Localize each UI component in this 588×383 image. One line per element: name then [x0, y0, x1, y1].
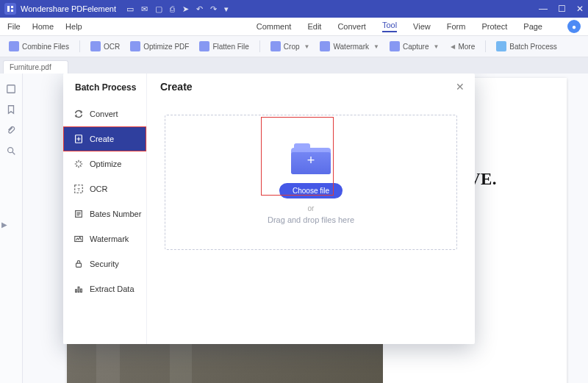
tool-ocr[interactable]: OCR	[87, 40, 123, 53]
batch-option-label: OCR	[90, 185, 107, 193]
batch-option-label: Extract Data	[90, 284, 135, 293]
capture-icon	[390, 41, 400, 51]
tool-optimize[interactable]: Optimize PDF	[127, 40, 192, 53]
create-icon	[74, 134, 84, 144]
tool-watermark[interactable]: Watermark▼	[317, 40, 381, 53]
save-icon[interactable]: ▢	[155, 4, 162, 14]
batch-process-modal: Batch Process ConvertCreateOptimizeTOCRB…	[63, 74, 475, 344]
document-tabs: Furniture.pdf	[0, 57, 588, 74]
mail-icon[interactable]: ✉	[141, 4, 148, 14]
batch-option-label: Create	[90, 135, 114, 143]
tool-more[interactable]: ◀More	[446, 41, 478, 52]
menubar: File Home Help Comment Edit Convert Tool…	[0, 18, 588, 36]
watermark-icon	[320, 41, 330, 51]
drag-drop-label: Drag and drop files here	[268, 215, 354, 224]
menu-view[interactable]: View	[413, 22, 431, 31]
thumbnails-icon[interactable]	[6, 84, 16, 94]
chevron-down-icon: ▼	[373, 43, 379, 50]
menu-form[interactable]: Form	[447, 22, 466, 31]
tool-toolbar: Combine Files OCR Optimize PDF Flatten F…	[0, 36, 588, 57]
drop-zone[interactable]: + Choose file or Drag and drop files her…	[165, 115, 457, 250]
menu-edit[interactable]: Edit	[307, 22, 321, 31]
chevron-left-icon: ◀	[451, 43, 455, 50]
modal-sidebar: Batch Process ConvertCreateOptimizeTOCRB…	[63, 74, 147, 344]
batch-option-label: Bates Number	[90, 210, 141, 218]
bookmark-icon[interactable]	[6, 104, 16, 115]
qat-more-icon[interactable]: ▾	[224, 4, 229, 14]
titlebar: Wondershare PDFelement ▭ ✉ ▢ ⎙ ➤ ↶ ↷ ▾ ―…	[0, 0, 588, 18]
menu-comment[interactable]: Comment	[257, 22, 292, 31]
convert-icon	[74, 109, 84, 119]
undo-icon[interactable]: ↶	[196, 4, 203, 14]
print-icon[interactable]: ⎙	[170, 4, 175, 14]
batch-icon	[496, 41, 506, 51]
security-icon	[74, 259, 84, 269]
optimize-icon	[74, 159, 84, 169]
batch-option-label: Optimize	[90, 160, 121, 168]
batch-option-security[interactable]: Security	[63, 251, 146, 276]
crop-icon	[270, 41, 281, 51]
tool-batch[interactable]: Batch Process	[493, 40, 559, 53]
flatten-icon	[199, 41, 209, 51]
batch-option-label: Convert	[90, 110, 118, 118]
chevron-down-icon: ▼	[434, 43, 440, 50]
modal-title: Batch Process	[63, 74, 146, 101]
svg-rect-7	[76, 263, 82, 267]
window-controls: ― ☐ ✕	[539, 4, 584, 14]
extract-icon	[74, 284, 84, 294]
combine-icon	[9, 41, 19, 51]
panel-title: Create	[160, 81, 193, 93]
batch-option-label: Watermark	[90, 235, 129, 243]
svg-point-1	[8, 148, 13, 153]
quick-access-toolbar: ▭ ✉ ▢ ⎙ ➤ ↶ ↷ ▾	[126, 4, 229, 14]
search-icon[interactable]	[6, 146, 16, 156]
menu-protect[interactable]: Protect	[481, 22, 507, 31]
batch-option-optimize[interactable]: Optimize	[63, 151, 146, 176]
maximize-button[interactable]: ☐	[558, 4, 566, 14]
document-viewport[interactable]: D BY LLECTIVE. , meet local creatives ne…	[23, 74, 588, 383]
optimize-icon	[130, 41, 140, 51]
folder-icon: +	[291, 143, 331, 174]
batch-option-create[interactable]: Create	[63, 126, 146, 151]
open-icon[interactable]: ▭	[126, 4, 134, 14]
batch-option-watermark[interactable]: Watermark	[63, 226, 146, 251]
doc-tab[interactable]: Furniture.pdf	[3, 60, 68, 74]
svg-text:T: T	[77, 187, 80, 192]
close-button[interactable]: ✕	[576, 4, 584, 14]
expand-rail-icon[interactable]: ▶	[1, 221, 7, 229]
menu-help[interactable]: Help	[65, 22, 82, 31]
tool-capture[interactable]: Capture▼	[387, 40, 442, 53]
minimize-button[interactable]: ―	[539, 4, 548, 14]
bates-icon	[74, 209, 84, 219]
batch-option-bates[interactable]: Bates Number	[63, 201, 146, 226]
batch-option-extract[interactable]: Extract Data	[63, 276, 146, 301]
attachment-icon[interactable]	[6, 125, 16, 135]
user-avatar[interactable]: ●	[567, 20, 581, 33]
tool-flatten[interactable]: Flatten File	[196, 40, 251, 53]
app-title: Wondershare PDFelement	[21, 4, 116, 13]
tool-combine[interactable]: Combine Files	[6, 40, 72, 53]
ocr-icon: T	[74, 184, 84, 194]
batch-option-ocr[interactable]: TOCR	[63, 176, 146, 201]
menu-convert[interactable]: Convert	[337, 22, 366, 31]
ocr-icon	[90, 41, 101, 51]
menu-page[interactable]: Page	[523, 22, 542, 31]
or-label: or	[308, 204, 315, 212]
modal-close-button[interactable]: ✕	[456, 81, 465, 93]
svg-rect-0	[7, 85, 15, 93]
tool-crop[interactable]: Crop▼	[268, 40, 313, 53]
watermark-icon	[74, 234, 84, 244]
app-logo	[4, 3, 16, 15]
share-icon[interactable]: ➤	[182, 4, 189, 14]
batch-option-convert[interactable]: Convert	[63, 101, 146, 126]
menu-home[interactable]: Home	[32, 22, 54, 31]
workarea: ▶ D BY LLECTIVE. , meet local creatives …	[0, 74, 588, 383]
chevron-down-icon: ▼	[304, 43, 310, 50]
menu-tool[interactable]: Tool	[382, 21, 397, 32]
batch-option-label: Security	[90, 259, 119, 268]
redo-icon[interactable]: ↷	[210, 4, 217, 14]
modal-main: Create ✕ + Choose file or Drag and drop …	[147, 74, 475, 344]
menu-file[interactable]: File	[7, 22, 21, 31]
